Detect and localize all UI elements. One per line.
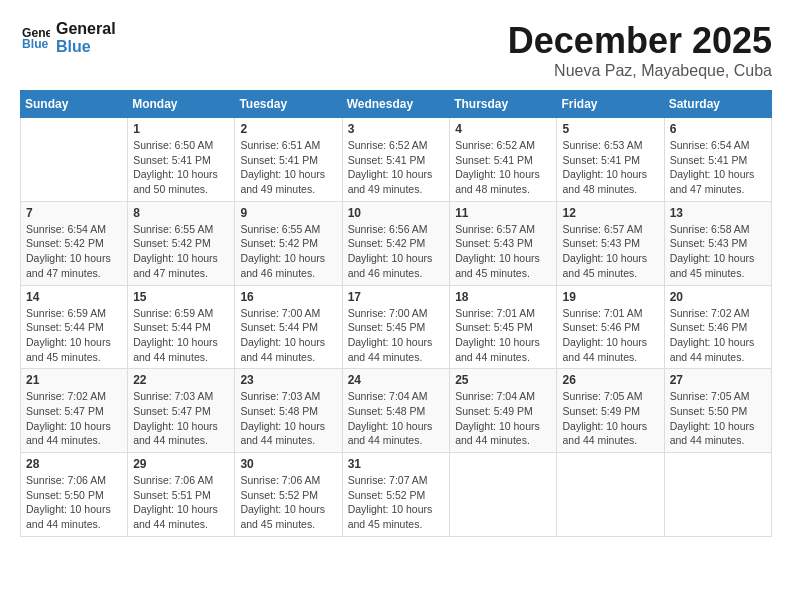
table-row: 27Sunrise: 7:05 AM Sunset: 5:50 PM Dayli…: [664, 369, 771, 453]
day-info: Sunrise: 7:00 AM Sunset: 5:44 PM Dayligh…: [240, 306, 336, 365]
day-number: 26: [562, 373, 658, 387]
header-sunday: Sunday: [21, 91, 128, 118]
day-number: 25: [455, 373, 551, 387]
location-title: Nueva Paz, Mayabeque, Cuba: [508, 62, 772, 80]
table-row: 15Sunrise: 6:59 AM Sunset: 5:44 PM Dayli…: [128, 285, 235, 369]
day-number: 21: [26, 373, 122, 387]
day-info: Sunrise: 7:02 AM Sunset: 5:47 PM Dayligh…: [26, 389, 122, 448]
day-number: 10: [348, 206, 445, 220]
svg-text:Blue: Blue: [22, 37, 49, 51]
table-row: 7Sunrise: 6:54 AM Sunset: 5:42 PM Daylig…: [21, 201, 128, 285]
table-row: 19Sunrise: 7:01 AM Sunset: 5:46 PM Dayli…: [557, 285, 664, 369]
table-row: [664, 453, 771, 537]
day-info: Sunrise: 7:06 AM Sunset: 5:51 PM Dayligh…: [133, 473, 229, 532]
logo-general: General: [56, 20, 116, 38]
day-number: 11: [455, 206, 551, 220]
day-info: Sunrise: 6:59 AM Sunset: 5:44 PM Dayligh…: [133, 306, 229, 365]
day-number: 30: [240, 457, 336, 471]
logo: General Blue General Blue: [20, 20, 116, 55]
day-info: Sunrise: 7:05 AM Sunset: 5:49 PM Dayligh…: [562, 389, 658, 448]
day-info: Sunrise: 6:55 AM Sunset: 5:42 PM Dayligh…: [240, 222, 336, 281]
table-row: 24Sunrise: 7:04 AM Sunset: 5:48 PM Dayli…: [342, 369, 450, 453]
header-monday: Monday: [128, 91, 235, 118]
logo-icon: General Blue: [22, 24, 50, 52]
header-thursday: Thursday: [450, 91, 557, 118]
header-wednesday: Wednesday: [342, 91, 450, 118]
day-info: Sunrise: 6:56 AM Sunset: 5:42 PM Dayligh…: [348, 222, 445, 281]
table-row: 10Sunrise: 6:56 AM Sunset: 5:42 PM Dayli…: [342, 201, 450, 285]
day-number: 3: [348, 122, 445, 136]
day-info: Sunrise: 7:01 AM Sunset: 5:46 PM Dayligh…: [562, 306, 658, 365]
table-row: 9Sunrise: 6:55 AM Sunset: 5:42 PM Daylig…: [235, 201, 342, 285]
table-row: 23Sunrise: 7:03 AM Sunset: 5:48 PM Dayli…: [235, 369, 342, 453]
day-info: Sunrise: 6:51 AM Sunset: 5:41 PM Dayligh…: [240, 138, 336, 197]
day-number: 2: [240, 122, 336, 136]
day-info: Sunrise: 7:03 AM Sunset: 5:48 PM Dayligh…: [240, 389, 336, 448]
day-number: 6: [670, 122, 766, 136]
table-row: [450, 453, 557, 537]
table-row: 4Sunrise: 6:52 AM Sunset: 5:41 PM Daylig…: [450, 118, 557, 202]
day-info: Sunrise: 6:57 AM Sunset: 5:43 PM Dayligh…: [455, 222, 551, 281]
table-row: 11Sunrise: 6:57 AM Sunset: 5:43 PM Dayli…: [450, 201, 557, 285]
page-header: General Blue General Blue December 2025 …: [20, 20, 772, 84]
day-info: Sunrise: 7:00 AM Sunset: 5:45 PM Dayligh…: [348, 306, 445, 365]
title-section: December 2025 Nueva Paz, Mayabeque, Cuba: [508, 20, 772, 80]
day-number: 8: [133, 206, 229, 220]
logo-blue: Blue: [56, 38, 116, 56]
day-number: 14: [26, 290, 122, 304]
table-row: 20Sunrise: 7:02 AM Sunset: 5:46 PM Dayli…: [664, 285, 771, 369]
day-number: 12: [562, 206, 658, 220]
header-tuesday: Tuesday: [235, 91, 342, 118]
day-number: 15: [133, 290, 229, 304]
day-number: 28: [26, 457, 122, 471]
header-saturday: Saturday: [664, 91, 771, 118]
day-number: 1: [133, 122, 229, 136]
table-row: [21, 118, 128, 202]
day-number: 17: [348, 290, 445, 304]
day-number: 16: [240, 290, 336, 304]
table-row: 12Sunrise: 6:57 AM Sunset: 5:43 PM Dayli…: [557, 201, 664, 285]
day-info: Sunrise: 7:02 AM Sunset: 5:46 PM Dayligh…: [670, 306, 766, 365]
day-number: 27: [670, 373, 766, 387]
table-row: 26Sunrise: 7:05 AM Sunset: 5:49 PM Dayli…: [557, 369, 664, 453]
day-number: 20: [670, 290, 766, 304]
day-number: 13: [670, 206, 766, 220]
table-row: 30Sunrise: 7:06 AM Sunset: 5:52 PM Dayli…: [235, 453, 342, 537]
table-row: 29Sunrise: 7:06 AM Sunset: 5:51 PM Dayli…: [128, 453, 235, 537]
day-number: 24: [348, 373, 445, 387]
day-info: Sunrise: 6:55 AM Sunset: 5:42 PM Dayligh…: [133, 222, 229, 281]
table-row: 21Sunrise: 7:02 AM Sunset: 5:47 PM Dayli…: [21, 369, 128, 453]
day-info: Sunrise: 6:52 AM Sunset: 5:41 PM Dayligh…: [348, 138, 445, 197]
day-number: 23: [240, 373, 336, 387]
day-number: 18: [455, 290, 551, 304]
calendar-week-row: 7Sunrise: 6:54 AM Sunset: 5:42 PM Daylig…: [21, 201, 772, 285]
header-friday: Friday: [557, 91, 664, 118]
table-row: 22Sunrise: 7:03 AM Sunset: 5:47 PM Dayli…: [128, 369, 235, 453]
month-title: December 2025: [508, 20, 772, 62]
day-info: Sunrise: 7:04 AM Sunset: 5:48 PM Dayligh…: [348, 389, 445, 448]
day-info: Sunrise: 7:05 AM Sunset: 5:50 PM Dayligh…: [670, 389, 766, 448]
day-info: Sunrise: 6:54 AM Sunset: 5:41 PM Dayligh…: [670, 138, 766, 197]
table-row: 13Sunrise: 6:58 AM Sunset: 5:43 PM Dayli…: [664, 201, 771, 285]
table-row: 16Sunrise: 7:00 AM Sunset: 5:44 PM Dayli…: [235, 285, 342, 369]
table-row: 5Sunrise: 6:53 AM Sunset: 5:41 PM Daylig…: [557, 118, 664, 202]
day-info: Sunrise: 7:06 AM Sunset: 5:52 PM Dayligh…: [240, 473, 336, 532]
day-info: Sunrise: 6:57 AM Sunset: 5:43 PM Dayligh…: [562, 222, 658, 281]
table-row: 2Sunrise: 6:51 AM Sunset: 5:41 PM Daylig…: [235, 118, 342, 202]
weekday-header-row: Sunday Monday Tuesday Wednesday Thursday…: [21, 91, 772, 118]
table-row: 6Sunrise: 6:54 AM Sunset: 5:41 PM Daylig…: [664, 118, 771, 202]
table-row: 28Sunrise: 7:06 AM Sunset: 5:50 PM Dayli…: [21, 453, 128, 537]
calendar-table: Sunday Monday Tuesday Wednesday Thursday…: [20, 90, 772, 537]
day-number: 7: [26, 206, 122, 220]
day-info: Sunrise: 7:07 AM Sunset: 5:52 PM Dayligh…: [348, 473, 445, 532]
day-number: 5: [562, 122, 658, 136]
day-number: 29: [133, 457, 229, 471]
day-info: Sunrise: 6:50 AM Sunset: 5:41 PM Dayligh…: [133, 138, 229, 197]
day-info: Sunrise: 6:58 AM Sunset: 5:43 PM Dayligh…: [670, 222, 766, 281]
day-info: Sunrise: 7:04 AM Sunset: 5:49 PM Dayligh…: [455, 389, 551, 448]
calendar-week-row: 14Sunrise: 6:59 AM Sunset: 5:44 PM Dayli…: [21, 285, 772, 369]
table-row: 17Sunrise: 7:00 AM Sunset: 5:45 PM Dayli…: [342, 285, 450, 369]
calendar-week-row: 1Sunrise: 6:50 AM Sunset: 5:41 PM Daylig…: [21, 118, 772, 202]
table-row: 8Sunrise: 6:55 AM Sunset: 5:42 PM Daylig…: [128, 201, 235, 285]
day-info: Sunrise: 7:01 AM Sunset: 5:45 PM Dayligh…: [455, 306, 551, 365]
